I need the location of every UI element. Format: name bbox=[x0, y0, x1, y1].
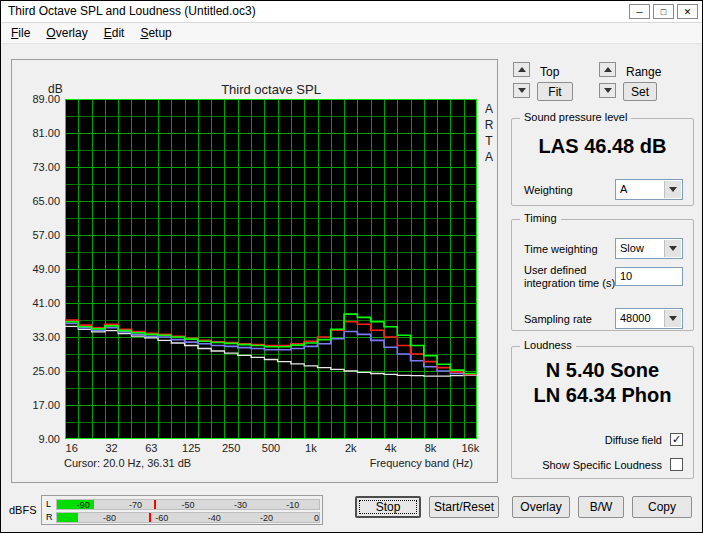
menu-item-setup[interactable]: Setup bbox=[132, 24, 179, 42]
x-tick-label: 2k bbox=[334, 442, 368, 454]
sampling-rate-value: 48000 bbox=[620, 312, 651, 324]
meter-track: -80-60-40-200 bbox=[56, 512, 320, 523]
meter-scale-label: -40 bbox=[208, 513, 221, 524]
meter-row-r: R-80-60-40-200 bbox=[44, 512, 320, 523]
meter-scale-label: -60 bbox=[155, 513, 168, 524]
spl-group-title: Sound pressure level bbox=[520, 111, 631, 123]
chart-panel: dB Third octave SPL 89.0081.0073.0065.00… bbox=[11, 59, 498, 483]
meter-scale-label: -30 bbox=[234, 500, 247, 511]
menu-item-edit[interactable]: Edit bbox=[96, 24, 133, 42]
x-tick-label: 16 bbox=[55, 442, 89, 454]
integration-time-input[interactable]: 10 bbox=[615, 267, 683, 286]
y-tick-label: 17.00 bbox=[14, 399, 60, 412]
overlay-button[interactable]: Overlay bbox=[512, 496, 570, 518]
y-tick-label: 49.00 bbox=[14, 263, 60, 276]
y-tick-label: 9.00 bbox=[14, 433, 60, 446]
timing-group: Timing Time weighting Slow User defined … bbox=[511, 219, 694, 331]
fit-button[interactable]: Fit bbox=[537, 82, 573, 101]
x-axis-label: Frequency band (Hz) bbox=[370, 457, 473, 469]
meter-peak-indicator bbox=[154, 500, 156, 509]
chevron-down-icon bbox=[669, 187, 677, 192]
dropdown-button[interactable] bbox=[664, 181, 681, 198]
meter-scale-label: -10 bbox=[286, 500, 299, 511]
window-title: Third Octave SPL and Loudness (Untitled.… bbox=[8, 4, 256, 18]
menu-item-overlay[interactable]: Overlay bbox=[38, 24, 95, 42]
y-tick-label: 65.00 bbox=[14, 195, 60, 208]
meter-scale-label: -90 bbox=[77, 500, 90, 511]
meter-peak-indicator bbox=[149, 513, 151, 522]
y-tick-label: 57.00 bbox=[14, 229, 60, 242]
x-tick-label: 63 bbox=[134, 442, 168, 454]
plot-area[interactable] bbox=[65, 99, 477, 439]
show-specific-loudness-label: Show Specific Loudness bbox=[512, 459, 662, 471]
menu-item-file[interactable]: File bbox=[3, 24, 38, 42]
x-tick-label: 4k bbox=[374, 442, 408, 454]
range-label: Range bbox=[626, 65, 661, 79]
meter-level-fill bbox=[57, 513, 78, 522]
show-specific-loudness-checkbox[interactable] bbox=[670, 458, 683, 471]
y-tick-label: 25.00 bbox=[14, 365, 60, 378]
set-button[interactable]: Set bbox=[623, 82, 657, 101]
time-weighting-select[interactable]: Slow bbox=[615, 238, 683, 259]
top-down-spinner[interactable] bbox=[513, 83, 530, 98]
y-tick-label: 33.00 bbox=[14, 331, 60, 344]
app-window: Third Octave SPL and Loudness (Untitled.… bbox=[0, 0, 703, 533]
integration-label-line1: User defined bbox=[524, 264, 586, 276]
cursor-readout: Cursor: 20.0 Hz, 36.31 dB bbox=[64, 457, 191, 469]
diffuse-field-checkbox[interactable]: ✓ bbox=[670, 433, 683, 446]
x-tick-label: 1k bbox=[294, 442, 328, 454]
diffuse-field-label: Diffuse field bbox=[512, 434, 662, 446]
dropdown-button[interactable] bbox=[664, 310, 681, 327]
weighting-label: Weighting bbox=[524, 184, 573, 196]
dbfs-label: dBFS bbox=[9, 504, 37, 516]
x-tick-label: 250 bbox=[214, 442, 248, 454]
window-controls: ─ □ ✕ bbox=[629, 4, 698, 19]
y-tick-label: 41.00 bbox=[14, 297, 60, 310]
range-up-spinner[interactable] bbox=[599, 62, 616, 77]
menu-bar: FileOverlayEditSetup bbox=[1, 23, 702, 44]
dropdown-button[interactable] bbox=[664, 240, 681, 257]
up-arrow-icon bbox=[604, 67, 612, 72]
arta-watermark-letter: A bbox=[482, 150, 496, 164]
level-meter: L-90-70-50-30-10R-80-60-40-200 bbox=[41, 495, 323, 525]
spl-chart bbox=[65, 99, 477, 439]
meter-row-l: L-90-70-50-30-10 bbox=[44, 499, 320, 510]
y-tick-label: 89.00 bbox=[14, 93, 60, 106]
down-arrow-icon bbox=[518, 88, 526, 93]
meter-scale-label: -70 bbox=[129, 500, 142, 511]
meter-scale-label: -20 bbox=[260, 513, 273, 524]
loudness-group-title: Loudness bbox=[520, 339, 576, 351]
loudness-phon-value: LN 64.34 Phon bbox=[512, 384, 693, 407]
weighting-select[interactable]: A bbox=[615, 179, 683, 200]
meter-track: -90-70-50-30-10 bbox=[56, 499, 320, 510]
meter-channel-label: L bbox=[46, 499, 56, 509]
range-down-spinner[interactable] bbox=[599, 83, 616, 98]
arta-watermark-letter: T bbox=[482, 134, 496, 148]
sampling-rate-select[interactable]: 48000 bbox=[615, 308, 683, 329]
bw-button[interactable]: B/W bbox=[578, 496, 624, 518]
close-button[interactable]: ✕ bbox=[677, 4, 698, 19]
spl-value: LAS 46.48 dB bbox=[512, 135, 693, 158]
meter-channel-label: R bbox=[46, 512, 56, 522]
start-reset-button[interactable]: Start/Reset bbox=[429, 496, 499, 518]
copy-button[interactable]: Copy bbox=[632, 496, 692, 518]
x-tick-label: 32 bbox=[95, 442, 129, 454]
series-trace-white bbox=[65, 326, 477, 376]
loudness-sone-value: N 5.40 Sone bbox=[512, 359, 693, 382]
x-tick-label: 16k bbox=[453, 442, 487, 454]
stop-button[interactable]: Stop bbox=[355, 496, 421, 518]
time-weighting-label: Time weighting bbox=[524, 243, 598, 255]
meter-scale-label: 0 bbox=[314, 513, 319, 524]
x-tick-label: 8k bbox=[413, 442, 447, 454]
minimize-button[interactable]: ─ bbox=[629, 4, 650, 19]
top-label: Top bbox=[540, 65, 559, 79]
title-bar: Third Octave SPL and Loudness (Untitled.… bbox=[1, 1, 702, 23]
down-arrow-icon bbox=[604, 88, 612, 93]
spl-group: Sound pressure level LAS 46.48 dB Weight… bbox=[511, 118, 694, 206]
chart-title: Third octave SPL bbox=[65, 82, 477, 97]
arta-watermark-letter: A bbox=[482, 102, 496, 116]
top-up-spinner[interactable] bbox=[513, 62, 530, 77]
chevron-down-icon bbox=[669, 246, 677, 251]
maximize-button[interactable]: □ bbox=[653, 4, 674, 19]
sampling-rate-label: Sampling rate bbox=[524, 313, 592, 325]
